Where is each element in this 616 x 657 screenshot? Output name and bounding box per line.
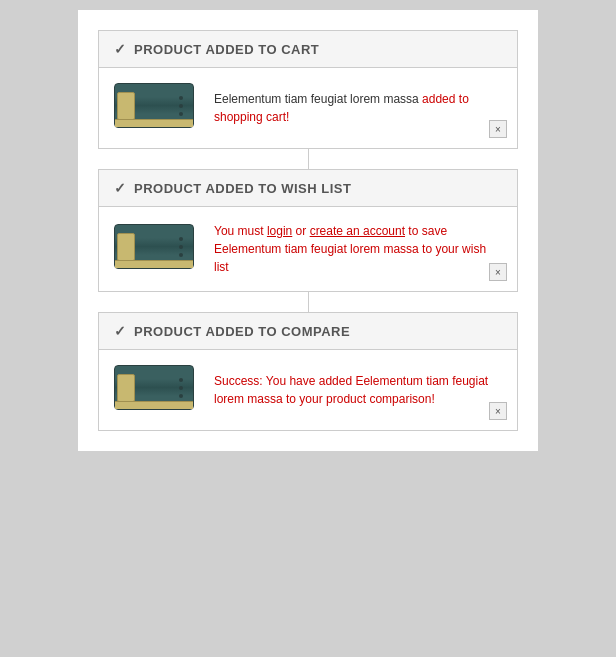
cart-notification: ✓ PRODUCT ADDED TO CART Eelementum tiam … [98, 30, 518, 149]
cart-notification-body: Eelementum tiam feugiat lorem massa adde… [99, 68, 517, 148]
check-icon-2: ✓ [114, 180, 126, 196]
compare-text-success: Success: You have added Eelementum tiam … [214, 374, 488, 406]
cart-notification-title: PRODUCT ADDED TO CART [134, 42, 319, 57]
cart-notification-header: ✓ PRODUCT ADDED TO CART [99, 31, 517, 68]
wishlist-notification-header: ✓ PRODUCT ADDED TO WISH LIST [99, 170, 517, 207]
compare-product-image [114, 365, 194, 415]
compare-notification-body: Success: You have added Eelementum tiam … [99, 350, 517, 430]
login-link[interactable]: login [267, 224, 292, 238]
compare-close-button[interactable]: × [489, 402, 507, 420]
cart-close-button[interactable]: × [489, 120, 507, 138]
page-container: ✓ PRODUCT ADDED TO CART Eelementum tiam … [78, 10, 538, 451]
wishlist-text-2: or [292, 224, 309, 238]
check-icon-3: ✓ [114, 323, 126, 339]
connector-1 [308, 149, 309, 169]
compare-notification-text: Success: You have added Eelementum tiam … [214, 372, 502, 408]
wishlist-notification-text: You must login or create an account to s… [214, 222, 502, 276]
cart-notification-text: Eelementum tiam feugiat lorem massa adde… [214, 90, 502, 126]
cart-product-image [114, 83, 194, 133]
wishlist-notification-body: You must login or create an account to s… [99, 207, 517, 291]
compare-notification-header: ✓ PRODUCT ADDED TO COMPARE [99, 313, 517, 350]
wishlist-notification: ✓ PRODUCT ADDED TO WISH LIST You must lo… [98, 169, 518, 292]
compare-notification: ✓ PRODUCT ADDED TO COMPARE Success: You … [98, 312, 518, 431]
wishlist-notification-title: PRODUCT ADDED TO WISH LIST [134, 181, 351, 196]
wishlist-product-image [114, 224, 194, 274]
cart-text-main: Eelementum tiam feugiat lorem massa [214, 92, 422, 106]
create-account-link[interactable]: create an account [310, 224, 405, 238]
wishlist-text-1: You must [214, 224, 267, 238]
connector-2 [308, 292, 309, 312]
wishlist-close-button[interactable]: × [489, 263, 507, 281]
compare-notification-title: PRODUCT ADDED TO COMPARE [134, 324, 350, 339]
check-icon: ✓ [114, 41, 126, 57]
